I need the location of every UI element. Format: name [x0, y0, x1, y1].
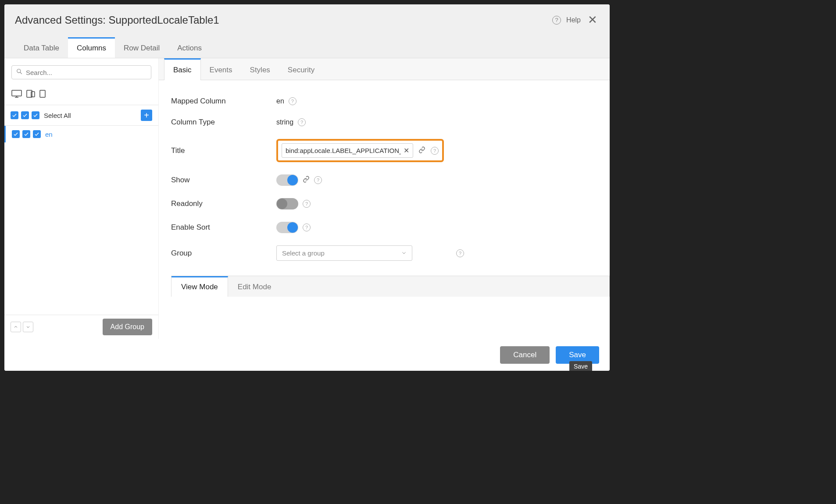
cancel-button[interactable]: Cancel — [500, 346, 550, 364]
dialog-header: Advanced Settings: SupportedLocaleTable1… — [4, 4, 610, 58]
readonly-help-icon[interactable]: ? — [303, 200, 311, 208]
help-link[interactable]: Help — [566, 16, 581, 24]
add-column-button[interactable]: + — [141, 110, 152, 121]
search-input[interactable] — [26, 69, 146, 76]
bind-link-icon[interactable] — [418, 146, 425, 155]
title-field-highlight: bind:appLocale.LABEL_APPLICATION_ ✕ ? — [276, 139, 444, 162]
svg-rect-2 — [12, 90, 21, 96]
column-item-label: en — [45, 131, 53, 138]
columns-sidebar: Select All + en Add Group — [4, 58, 159, 339]
search-input-wrap[interactable] — [11, 65, 151, 79]
mapped-column-label: Mapped Column — [171, 97, 276, 106]
svg-rect-7 — [40, 90, 45, 97]
content-area: Basic Events Styles Security Mapped Colu… — [159, 58, 610, 339]
advanced-settings-dialog: Advanced Settings: SupportedLocaleTable1… — [4, 4, 610, 371]
desktop-icon[interactable] — [11, 90, 22, 99]
svg-point-0 — [17, 69, 21, 73]
readonly-label: Readonly — [171, 199, 276, 208]
group-help-icon[interactable]: ? — [456, 249, 464, 257]
tab-data-table[interactable]: Data Table — [15, 37, 68, 58]
basic-form: Mapped Column en ? Column Type string ? … — [159, 80, 610, 339]
move-down-button[interactable] — [23, 322, 33, 332]
group-select[interactable]: Select a group — [276, 245, 412, 261]
show-label: Show — [171, 176, 276, 185]
enable-sort-toggle[interactable] — [276, 222, 298, 233]
item-checkbox-3[interactable] — [33, 130, 41, 138]
select-all-checkbox-3[interactable] — [32, 111, 39, 119]
group-placeholder: Select a group — [282, 249, 325, 257]
tab-security[interactable]: Security — [279, 58, 323, 80]
title-input[interactable]: bind:appLocale.LABEL_APPLICATION_ ✕ — [282, 143, 413, 158]
close-icon[interactable]: ✕ — [586, 13, 599, 27]
group-label: Group — [171, 249, 276, 258]
dialog-footer: Cancel Save Save — [4, 339, 610, 371]
clear-title-icon[interactable]: ✕ — [401, 146, 409, 155]
add-group-button[interactable]: Add Group — [103, 319, 152, 335]
tab-columns[interactable]: Columns — [68, 37, 115, 58]
mobile-icon[interactable] — [39, 90, 46, 99]
select-all-checkbox-1[interactable] — [11, 111, 18, 119]
mapped-column-help-icon[interactable]: ? — [289, 97, 297, 105]
select-all-label: Select All — [44, 112, 71, 119]
search-icon — [16, 68, 22, 76]
property-tabs: Basic Events Styles Security — [159, 58, 610, 80]
tab-row-detail[interactable]: Row Detail — [115, 37, 168, 58]
title-label: Title — [171, 146, 276, 155]
show-toggle[interactable] — [276, 174, 298, 186]
item-checkbox-2[interactable] — [22, 130, 30, 138]
mapped-column-value: en — [276, 97, 284, 105]
tablet-icon[interactable] — [26, 90, 35, 99]
svg-line-1 — [20, 72, 22, 74]
enable-sort-help-icon[interactable]: ? — [303, 224, 311, 231]
tab-events[interactable]: Events — [201, 58, 241, 80]
select-all-checkbox-2[interactable] — [21, 111, 29, 119]
column-item-en[interactable]: en — [4, 126, 158, 142]
device-icons-row — [4, 86, 158, 105]
title-input-value: bind:appLocale.LABEL_APPLICATION_ — [286, 147, 401, 154]
chevron-down-icon — [401, 249, 407, 257]
tab-view-mode[interactable]: View Mode — [171, 276, 228, 297]
tab-actions[interactable]: Actions — [168, 37, 211, 58]
title-help-icon[interactable]: ? — [431, 147, 439, 155]
svg-rect-6 — [31, 92, 35, 97]
column-type-help-icon[interactable]: ? — [298, 118, 306, 126]
sidebar-footer: Add Group — [4, 315, 158, 339]
save-tooltip: Save — [569, 361, 592, 371]
show-bind-link-icon[interactable] — [303, 176, 310, 185]
main-tabs: Data Table Columns Row Detail Actions — [15, 37, 599, 58]
select-all-row: Select All + — [4, 105, 158, 126]
tab-styles[interactable]: Styles — [241, 58, 279, 80]
enable-sort-label: Enable Sort — [171, 223, 276, 232]
tab-edit-mode[interactable]: Edit Mode — [228, 276, 281, 297]
show-help-icon[interactable]: ? — [314, 176, 322, 184]
dialog-title: Advanced Settings: SupportedLocaleTable1 — [15, 14, 219, 26]
move-up-button[interactable] — [11, 322, 21, 332]
help-icon[interactable]: ? — [552, 16, 561, 25]
item-checkbox-1[interactable] — [12, 130, 20, 138]
tab-basic[interactable]: Basic — [164, 58, 201, 80]
column-type-label: Column Type — [171, 118, 276, 127]
column-type-value: string — [276, 118, 293, 126]
view-mode-tabs: View Mode Edit Mode — [171, 276, 610, 297]
readonly-toggle[interactable] — [276, 198, 298, 209]
